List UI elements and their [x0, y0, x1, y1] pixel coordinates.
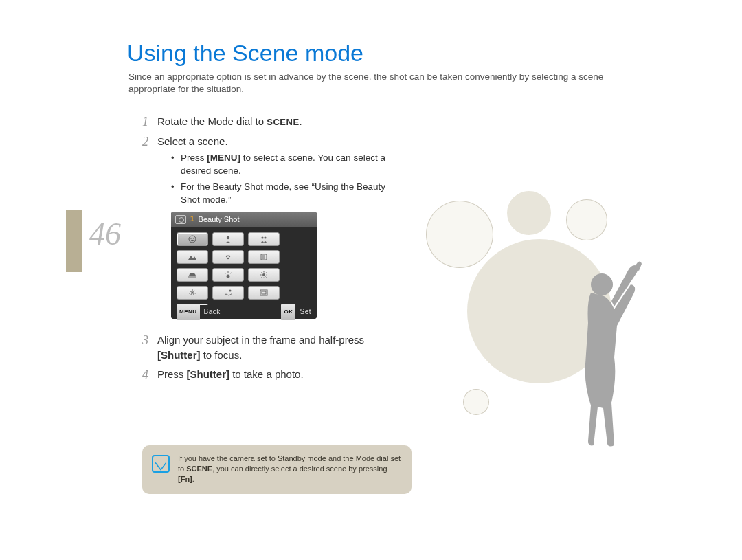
lcd-screenshot: 1 Beauty Shot [171, 212, 317, 319]
bubble-icon [463, 389, 489, 415]
step-body: Select a scene. Press [MENU] to select a… [157, 134, 403, 328]
note-text: If you have the camera set to Standby mo… [178, 453, 402, 484]
step-number: 1 [142, 114, 157, 129]
child-silhouette-icon [552, 261, 649, 453]
svg-point-5 [264, 236, 266, 238]
scene-fireworks-icon [177, 286, 208, 300]
scene-badge: SCENE [186, 464, 212, 473]
scene-portrait-icon [212, 232, 244, 246]
footer-set: Set [300, 304, 311, 320]
page: 46 Using the Scene mode Since an appropr… [0, 0, 742, 560]
svg-line-17 [225, 273, 226, 273]
page-title: Using the Scene mode [127, 40, 363, 67]
svg-point-1 [190, 238, 192, 239]
step-body: Rotate the Mode dial to SCENE. [157, 114, 403, 130]
lcd-footer: MENU Back OK Set [171, 305, 317, 319]
svg-line-26 [266, 273, 267, 273]
svg-point-15 [227, 275, 230, 278]
svg-point-4 [261, 236, 263, 238]
svg-line-25 [266, 277, 267, 278]
bullet-item: For the Beauty Shot mode, see “Using the… [171, 180, 403, 206]
note-bold: [Fn] [178, 475, 192, 483]
step-text: to focus. [201, 349, 243, 361]
step-text: Select a scene. [157, 135, 228, 147]
svg-point-19 [262, 273, 265, 276]
scene-backlight-icon [248, 268, 280, 282]
scene-frame-icon [248, 286, 280, 300]
svg-line-24 [262, 273, 262, 273]
step-text: Align your subject in the frame and half… [157, 334, 364, 346]
step-body: Align your subject in the frame and half… [157, 333, 403, 363]
bubble-icon [566, 199, 607, 240]
svg-line-18 [230, 273, 232, 273]
note-box: If you have the camera set to Standby mo… [142, 445, 412, 494]
svg-line-29 [192, 291, 195, 293]
intro-text: Since an appropriate option is set in ad… [128, 71, 651, 96]
step-text: Press [157, 368, 187, 380]
footer-back: Back [204, 304, 221, 320]
step-text: to take a photo. [229, 368, 304, 380]
scene-landscape-icon [177, 250, 208, 264]
step-number: 3 [142, 333, 157, 348]
note-part: , you can directly select a desired scen… [212, 464, 387, 473]
note-icon [152, 455, 170, 473]
step-2: 2 Select a scene. Press [MENU] to select… [142, 134, 403, 328]
step-text: Rotate the Mode dial to [157, 115, 267, 127]
svg-line-34 [190, 291, 192, 293]
svg-rect-37 [262, 291, 266, 294]
menu-badge: MENU [177, 304, 200, 320]
scene-text-icon [248, 250, 280, 264]
step-number: 2 [142, 134, 157, 149]
page-number: 46 [89, 216, 121, 252]
step-bold: [Shutter] [157, 349, 201, 361]
step-text: . [300, 115, 302, 127]
bullet-text: Press [181, 153, 207, 163]
scene-sunset-icon [177, 268, 208, 282]
scene-dawn-icon [212, 268, 244, 282]
svg-point-6 [226, 256, 227, 257]
svg-point-9 [227, 255, 229, 256]
bullet-bold: [MENU] [207, 153, 240, 163]
step-number: 4 [142, 367, 157, 382]
bubble-icon [507, 191, 551, 235]
svg-point-3 [227, 236, 229, 239]
step-1: 1 Rotate the Mode dial to SCENE. [142, 114, 403, 130]
step-bold: [Shutter] [187, 368, 230, 380]
svg-point-2 [193, 238, 194, 239]
svg-point-39 [591, 273, 613, 295]
svg-point-0 [189, 236, 196, 243]
scene-badge: SCENE [267, 115, 299, 130]
step-3: 3 Align your subject in the frame and ha… [142, 333, 403, 363]
lcd-title: Beauty Shot [199, 212, 240, 227]
bullet-item: Press [MENU] to select a scene. You can … [171, 151, 403, 177]
lcd-tab-index: 1 [190, 212, 194, 227]
bullet-text: For the Beauty Shot mode, see “Using the… [181, 181, 385, 205]
steps: 1 Rotate the Mode dial to SCENE. 2 Selec… [142, 114, 403, 386]
step-4: 4 Press [Shutter] to take a photo. [142, 367, 403, 382]
scene-children-icon [248, 232, 280, 246]
svg-point-8 [227, 258, 229, 259]
scene-closeup-icon [212, 250, 244, 264]
step-body: Press [Shutter] to take a photo. [157, 367, 403, 382]
bubble-icon [426, 201, 493, 268]
svg-point-35 [229, 290, 232, 292]
scene-face-icon [177, 232, 208, 246]
bullet-list: Press [MENU] to select a scene. You can … [171, 151, 403, 206]
svg-point-7 [229, 256, 230, 257]
camera-icon [175, 215, 186, 224]
lcd-header: 1 Beauty Shot [171, 212, 317, 227]
sidebar-tab [66, 210, 82, 272]
ok-badge: OK [281, 304, 295, 320]
svg-line-27 [262, 277, 262, 278]
note-part: . [192, 475, 194, 483]
scene-beach-icon [212, 286, 244, 300]
